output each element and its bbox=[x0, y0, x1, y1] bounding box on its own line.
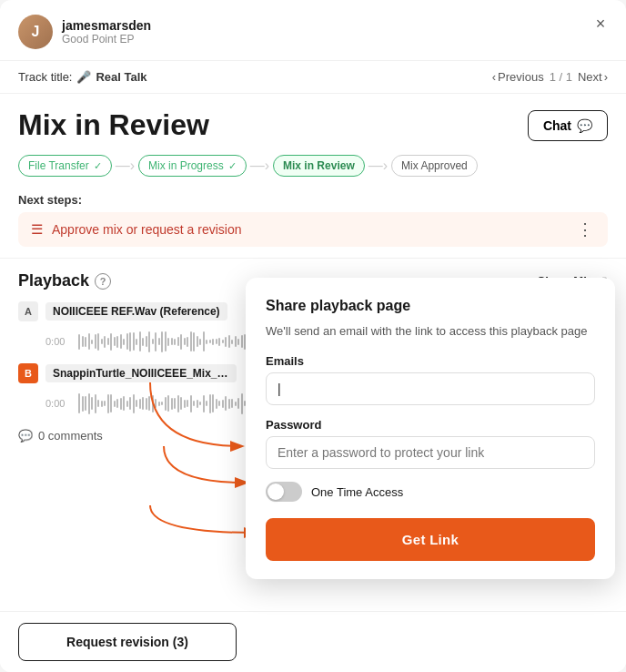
step-arrow-3: —› bbox=[369, 158, 388, 173]
next-step-item: ☰ Approve mix or request a revision ⋮ bbox=[18, 212, 608, 247]
user-info: jamesmarsden Good Point EP bbox=[62, 18, 608, 46]
list-icon: ☰ bbox=[31, 221, 43, 238]
share-panel-desc: We'll send an email with the link to acc… bbox=[266, 323, 595, 340]
nav-controls: ‹ Previous 1 / 1 Next › bbox=[492, 70, 608, 84]
emails-label: Emails bbox=[266, 354, 595, 368]
next-label: Next bbox=[578, 70, 602, 84]
share-panel: Share playback page We'll send an email … bbox=[246, 278, 615, 579]
time-label-b: 0:00 bbox=[45, 398, 71, 409]
next-button[interactable]: Next › bbox=[578, 70, 608, 84]
next-step-text: Approve mix or request a revision bbox=[52, 222, 242, 237]
step-label: Mix in Review bbox=[283, 159, 355, 172]
chevron-right-icon: › bbox=[604, 70, 608, 84]
steps-row: File Transfer ✓ —› Mix in Progress ✓ —› … bbox=[0, 149, 626, 189]
comment-icon: 💬 bbox=[18, 429, 33, 443]
track-label-a: A bbox=[18, 301, 38, 321]
comment-count: 0 comments bbox=[38, 429, 103, 443]
page-count: 1 / 1 bbox=[550, 70, 572, 84]
step-label: Mix Approved bbox=[401, 159, 468, 172]
chat-button[interactable]: Chat 💬 bbox=[528, 110, 608, 141]
step-arrow-2: —› bbox=[250, 158, 269, 173]
revision-btn-row: Request revision (3) bbox=[0, 611, 626, 672]
step-mix-approved: Mix Approved bbox=[391, 155, 478, 177]
main-card: J jamesmarsden Good Point EP × Track tit… bbox=[0, 0, 626, 672]
track-nav: Track title: 🎤 Real Talk ‹ Previous 1 / … bbox=[0, 61, 626, 94]
track-name-a: NOIIlCEEE REF.Wav (Reference) bbox=[45, 302, 227, 321]
revision-button[interactable]: Request revision (3) bbox=[18, 623, 237, 661]
header: J jamesmarsden Good Point EP × bbox=[0, 0, 626, 61]
emails-input[interactable] bbox=[266, 372, 595, 405]
share-panel-title: Share playback page bbox=[266, 298, 595, 314]
one-time-access-toggle[interactable] bbox=[266, 482, 302, 502]
page-header: Mix in Review Chat 💬 bbox=[0, 94, 626, 149]
chevron-left-icon: ‹ bbox=[492, 70, 496, 84]
playback-label: Playback bbox=[18, 271, 89, 290]
step-arrow-1: —› bbox=[116, 158, 135, 173]
check-icon: ✓ bbox=[228, 160, 237, 172]
next-steps-label: Next steps: bbox=[18, 193, 608, 207]
waveform-b[interactable] bbox=[78, 391, 274, 416]
track-label-b: B bbox=[18, 363, 38, 383]
toggle-row: One Time Access bbox=[266, 482, 595, 502]
page-title: Mix in Review bbox=[18, 108, 528, 142]
help-icon[interactable]: ? bbox=[95, 273, 111, 290]
username: jamesmarsden bbox=[62, 18, 608, 33]
time-label-a: 0:00 bbox=[45, 336, 71, 347]
step-label: Mix in Progress bbox=[148, 159, 224, 172]
track-name-b: SnappinTurtle_NOIIlCEEE_Mix_v1.0.W bbox=[45, 364, 237, 382]
waveform-a[interactable] bbox=[78, 329, 274, 354]
previous-button[interactable]: ‹ Previous bbox=[492, 70, 544, 84]
mic-icon: 🎤 bbox=[76, 70, 91, 84]
toggle-knob bbox=[268, 484, 284, 500]
get-link-button[interactable]: Get Link bbox=[266, 518, 595, 561]
track-title-label: Track title: bbox=[18, 70, 72, 84]
next-steps-section: Next steps: ☰ Approve mix or request a r… bbox=[0, 189, 626, 247]
three-dot-button[interactable]: ⋮ bbox=[573, 216, 597, 243]
close-button[interactable]: × bbox=[590, 13, 611, 35]
toggle-label: One Time Access bbox=[311, 485, 403, 499]
user-subtitle: Good Point EP bbox=[62, 33, 608, 46]
step-file-transfer: File Transfer ✓ bbox=[18, 155, 112, 177]
previous-label: Previous bbox=[498, 70, 544, 84]
chat-label: Chat bbox=[543, 118, 571, 133]
step-mix-in-review: Mix in Review bbox=[273, 155, 365, 177]
password-label: Password bbox=[266, 418, 595, 432]
step-label: File Transfer bbox=[28, 159, 89, 172]
check-icon: ✓ bbox=[94, 160, 102, 172]
track-name: Real Talk bbox=[96, 70, 146, 84]
password-input[interactable] bbox=[266, 436, 595, 469]
track-title: Track title: 🎤 Real Talk bbox=[18, 70, 492, 84]
avatar: J bbox=[18, 15, 53, 49]
step-mix-in-progress: Mix in Progress ✓ bbox=[138, 155, 247, 177]
chat-icon: 💬 bbox=[577, 118, 592, 133]
